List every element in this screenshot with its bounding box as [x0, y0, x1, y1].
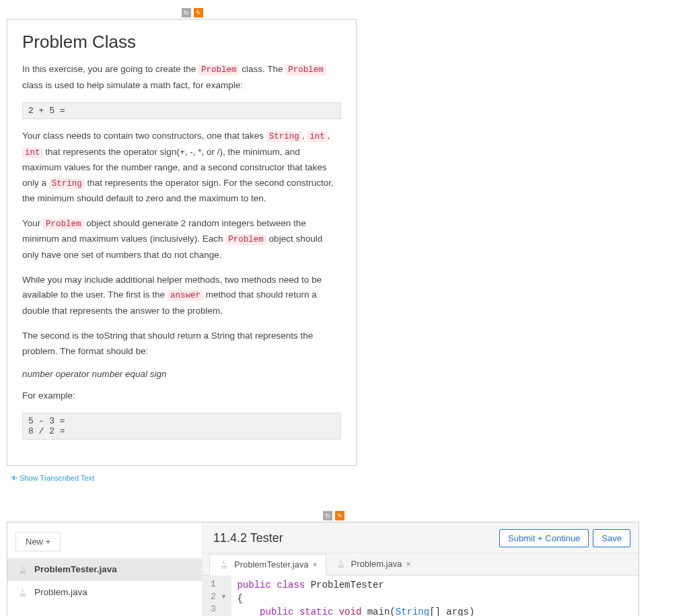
editor-panel: New + ProblemTester.java Problem.java 11… — [7, 522, 639, 616]
editor-actions: Submit + Continue Save — [499, 529, 630, 547]
problem-paragraph-6: For example: — [22, 388, 341, 404]
close-icon[interactable]: × — [313, 560, 318, 570]
refresh-icon[interactable]: ↻ — [182, 8, 191, 18]
file-label: Problem.java — [34, 587, 87, 597]
code-string: String — [49, 178, 85, 189]
tab-bar: ProblemTester.java × Problem.java × — [203, 553, 639, 576]
refresh-icon[interactable]: ↻ — [323, 511, 332, 520]
new-file-button[interactable]: New + — [15, 532, 61, 551]
code-answer: answer — [168, 290, 203, 301]
java-icon — [17, 563, 29, 576]
code-content[interactable]: public class ProblemTester { public stat… — [231, 576, 480, 616]
code-string: String — [266, 131, 302, 142]
file-item-problemtester[interactable]: ProblemTester.java — [7, 558, 202, 581]
code-problem: Problem — [43, 219, 84, 230]
problem-paragraph-4: While you may include additional helper … — [22, 273, 341, 319]
editor-title: 11.4.2 Tester — [213, 531, 283, 545]
example-block-1: 2 + 5 = — [22, 102, 341, 119]
eye-icon: 👁 — [11, 475, 17, 482]
editor-main: 11.4.2 Tester Submit + Continue Save Pro… — [203, 522, 639, 616]
file-item-problem[interactable]: Problem.java — [7, 581, 202, 604]
edit-icon[interactable]: ✎ — [194, 8, 203, 18]
problem-badges: ↻ ✎ — [182, 7, 684, 18]
java-icon — [17, 586, 29, 598]
code-problem: Problem — [198, 65, 240, 75]
problem-card: Problem Class In this exercise, you are … — [7, 19, 357, 466]
code-int: int — [307, 131, 328, 142]
tab-label: Problem.java — [351, 559, 402, 569]
code-problem: Problem — [225, 234, 266, 245]
problem-paragraph-1: In this exercise, you are going to creat… — [22, 62, 341, 93]
problem-paragraph-3: Your Problem object should generate 2 ra… — [22, 216, 341, 263]
editor-header: 11.4.2 Tester Submit + Continue Save — [203, 522, 639, 553]
save-button[interactable]: Save — [593, 529, 630, 547]
file-label: ProblemTester.java — [34, 564, 117, 574]
code-editor[interactable]: 1 2 ▾ 3 4 ▾ 5 6 7 public class ProblemTe… — [203, 576, 639, 616]
tab-label: ProblemTester.java — [234, 559, 309, 570]
tab-problemtester[interactable]: ProblemTester.java × — [209, 554, 326, 576]
format-spec: number operator number equal sign — [22, 369, 341, 379]
java-icon — [218, 559, 230, 571]
code-problem: Problem — [285, 65, 326, 75]
line-gutter: 1 2 ▾ 3 4 ▾ 5 6 7 — [203, 576, 231, 616]
tab-problem[interactable]: Problem.java × — [326, 553, 420, 575]
close-icon[interactable]: × — [406, 559, 410, 569]
java-icon — [335, 558, 347, 570]
file-tree: New + ProblemTester.java Problem.java — [7, 522, 203, 616]
problem-title: Problem Class — [22, 32, 341, 53]
problem-paragraph-2: Your class needs to contain two construc… — [22, 129, 341, 207]
problem-paragraph-5: The second is the toString that should r… — [22, 329, 341, 360]
editor-badges: ↻ ✎ — [323, 509, 684, 520]
submit-continue-button[interactable]: Submit + Continue — [499, 529, 589, 547]
edit-icon[interactable]: ✎ — [335, 511, 344, 520]
code-int: int — [22, 147, 43, 158]
show-transcribed-link[interactable]: 👁Show Transcribed Text — [11, 474, 684, 482]
example-block-2: 5 - 3 = 8 / 2 = — [22, 413, 341, 440]
